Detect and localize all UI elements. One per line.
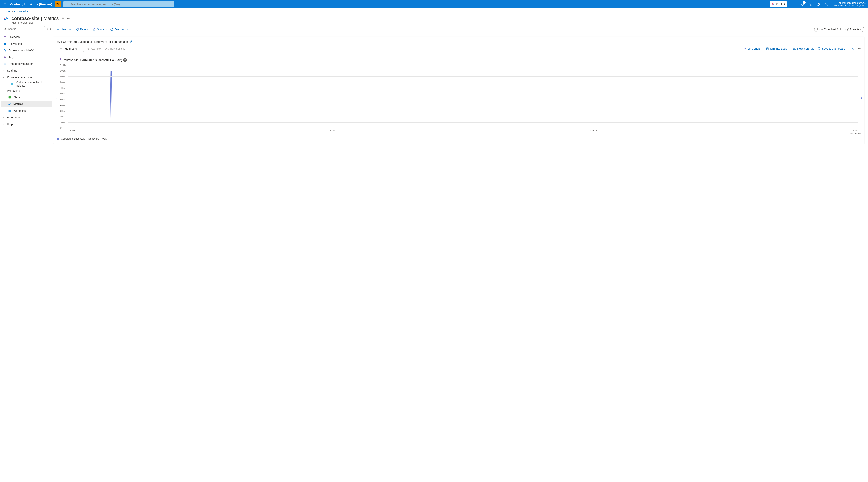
- button-label: Add metric: [64, 47, 77, 50]
- chevron-down-icon: ⌄: [127, 28, 129, 30]
- hamburger-menu[interactable]: [2, 1, 8, 7]
- sidebar-item-label: Physical infrastructure: [7, 76, 34, 79]
- metric-pill[interactable]: contoso-site, Correlated Successful Ha..…: [57, 57, 129, 63]
- sidebar-item-metrics[interactable]: Metrics: [1, 101, 52, 107]
- sidebar: ◇ « Overview Activity log Access control…: [0, 25, 53, 482]
- sidebar-sort-button[interactable]: ◇: [46, 27, 48, 30]
- command-label: Refresh: [80, 28, 89, 31]
- svg-point-49: [106, 49, 107, 49]
- sidebar-item-tags[interactable]: Tags: [1, 54, 52, 61]
- breadcrumb-separator: >: [12, 10, 13, 13]
- svg-point-45: [111, 29, 112, 29]
- sidebar-section-automation[interactable]: › Automation: [1, 114, 52, 121]
- svg-point-44: [111, 28, 113, 31]
- sidebar-item-label: Help: [7, 123, 13, 126]
- global-header: Contoso, Ltd. Azure (Preview) Copilot 1 …: [0, 0, 868, 8]
- preview-bug-button[interactable]: [55, 1, 61, 7]
- breadcrumb-home[interactable]: Home: [4, 10, 10, 13]
- chevron-right-icon: ›: [3, 123, 5, 126]
- svg-marker-22: [62, 17, 64, 19]
- feedback-icon[interactable]: [824, 1, 829, 7]
- svg-line-7: [56, 5, 57, 5]
- sidebar-item-activity[interactable]: Activity log: [1, 40, 52, 47]
- sidebar-section-monitoring[interactable]: ⌄ Monitoring: [1, 87, 52, 94]
- copilot-button[interactable]: Copilot: [770, 1, 787, 7]
- gridline: [68, 128, 858, 128]
- chart-legend: Correlated Successful Handovers (Avg),: [57, 137, 861, 140]
- chart-prev-button[interactable]: [56, 96, 59, 101]
- chevron-down-icon: ⌄: [3, 89, 5, 92]
- svg-rect-29: [4, 43, 5, 43]
- sidebar-item-overview[interactable]: Overview: [1, 34, 52, 40]
- breadcrumb: Home > contoso-site: [0, 8, 868, 14]
- chart-next-button[interactable]: [860, 96, 863, 101]
- edit-title-button[interactable]: [130, 40, 133, 43]
- help-icon[interactable]: [815, 1, 821, 7]
- metric-scope: contoso-site,: [64, 58, 79, 62]
- drill-logs-button[interactable]: Drill into Logs⌄: [766, 47, 789, 50]
- gridline: [68, 117, 858, 117]
- sidebar-item-label: Settings: [7, 69, 17, 72]
- add-metric-button[interactable]: ＋Add metric ⌄: [57, 45, 84, 52]
- feedback-button[interactable]: Feedback ⌄: [110, 28, 129, 31]
- account-menu[interactable]: chrisqpublic@contoso.c... CONTOSO, LTD. …: [833, 2, 866, 7]
- sidebar-search[interactable]: [2, 26, 45, 31]
- new-alert-button[interactable]: New alert rule: [793, 47, 814, 50]
- svg-rect-40: [9, 96, 11, 99]
- close-blade-button[interactable]: [861, 17, 864, 21]
- global-search[interactable]: [63, 1, 174, 7]
- notifications-icon[interactable]: 1: [800, 1, 805, 7]
- svg-point-10: [66, 3, 67, 5]
- apply-splitting-button: Apply splitting: [104, 47, 125, 50]
- sidebar-item-alerts[interactable]: Alerts: [1, 94, 52, 101]
- chart-area[interactable]: 110%100%90%80%70%60%50%40%30%20%10%0% 12…: [60, 65, 858, 132]
- remove-metric-button[interactable]: ✕: [123, 58, 127, 62]
- command-label: New chart: [61, 28, 72, 31]
- gridline: [68, 76, 858, 77]
- x-axis-label: Wed 15: [590, 129, 597, 132]
- global-search-input[interactable]: [70, 3, 172, 6]
- chart-type-button[interactable]: Line chart⌄: [744, 47, 763, 50]
- share-button[interactable]: Share ⌄: [93, 28, 107, 31]
- svg-line-26: [5, 29, 6, 30]
- sidebar-item-workbooks[interactable]: Workbooks: [1, 107, 52, 114]
- chart-more-button[interactable]: ⋯: [858, 47, 861, 50]
- sidebar-item-iam[interactable]: Access control (IAM): [1, 47, 52, 54]
- sidebar-item-resviz[interactable]: Resource visualizer: [1, 61, 52, 67]
- divider: [789, 2, 789, 6]
- tenant-title[interactable]: Contoso, Ltd. Azure (Preview): [10, 3, 52, 6]
- svg-line-39: [5, 63, 6, 64]
- chevron-down-icon: ⌄: [846, 48, 848, 50]
- y-axis-label: 40%: [60, 104, 64, 106]
- chart-settings-button[interactable]: [851, 47, 855, 50]
- new-chart-button[interactable]: New chart: [56, 28, 72, 31]
- svg-line-6: [59, 4, 59, 4]
- chart-toolbar: ＋Add metric ⌄ Add filter Apply splitting…: [57, 45, 861, 52]
- svg-rect-30: [4, 43, 5, 44]
- svg-point-36: [4, 64, 4, 65]
- add-metric-dropdown[interactable]: ⌄: [79, 48, 84, 50]
- chevron-down-icon: ⌄: [3, 76, 5, 79]
- refresh-button[interactable]: Refresh: [76, 28, 89, 31]
- favorite-button[interactable]: [61, 17, 65, 21]
- time-range-picker[interactable]: Local Time: Last 24 hours (15 minutes): [814, 27, 864, 32]
- sidebar-section-settings[interactable]: › Settings: [1, 67, 52, 74]
- breadcrumb-current[interactable]: contoso-site: [14, 10, 28, 13]
- sidebar-section-help[interactable]: › Help: [1, 121, 52, 128]
- sidebar-item-ran[interactable]: Radio access network insights: [1, 81, 52, 87]
- people-icon: [3, 49, 7, 52]
- sidebar-section-physical[interactable]: ⌄ Physical infrastructure: [1, 74, 52, 81]
- gridline: [68, 71, 858, 71]
- more-actions-button[interactable]: ⋯: [67, 17, 70, 20]
- svg-point-21: [6, 17, 7, 18]
- save-dashboard-button[interactable]: Save to dashboard⌄: [818, 47, 848, 50]
- sidebar-search-input[interactable]: [8, 27, 43, 31]
- cloud-shell-icon[interactable]: [792, 1, 797, 7]
- settings-icon[interactable]: [808, 1, 813, 7]
- sidebar-collapse-button[interactable]: «: [50, 27, 51, 30]
- svg-line-38: [4, 63, 5, 64]
- y-axis-label: 80%: [60, 81, 64, 84]
- command-label: Share: [97, 28, 104, 31]
- metric-name: Correlated Successful Ha...: [80, 58, 116, 62]
- sidebar-item-label: Metrics: [13, 102, 23, 106]
